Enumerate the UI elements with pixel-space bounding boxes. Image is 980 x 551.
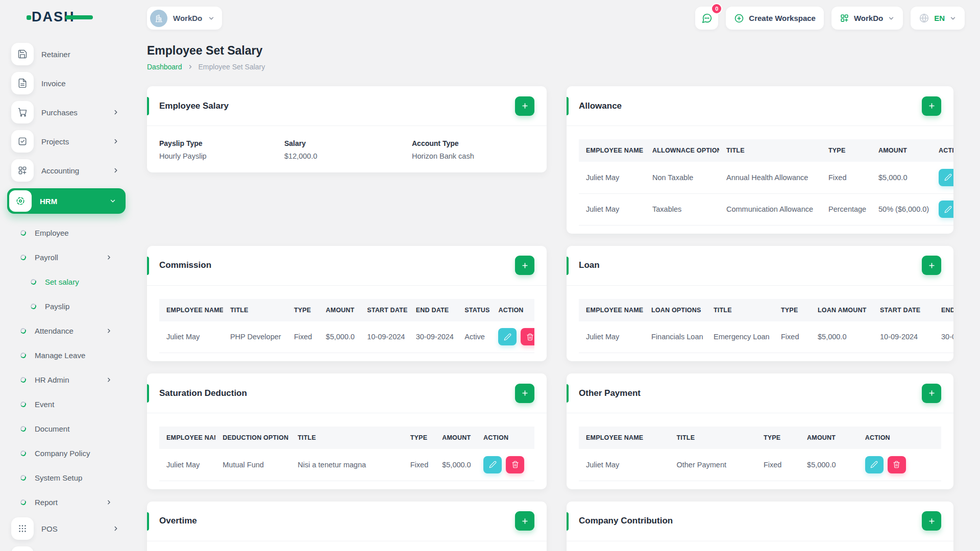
- sidebar-item-label: Document: [35, 424, 112, 433]
- sidebar-item-manage-leave[interactable]: Manage Leave: [0, 343, 133, 367]
- column-header: STATUS: [457, 299, 491, 321]
- field-salary: Salary $12,000.0: [284, 139, 412, 160]
- column-header: AMOUNT: [318, 299, 360, 321]
- add-company-contribution-button[interactable]: [922, 511, 941, 531]
- column-header: EMPLOYEE NAME: [579, 427, 670, 449]
- cell-start-date: 10-09-2024: [873, 321, 934, 353]
- sidebar-item-payslip[interactable]: Payslip: [0, 294, 133, 318]
- column-header: LOAN AMOUNT: [811, 299, 873, 321]
- delete-button[interactable]: [888, 456, 906, 473]
- sidebar-item-label: Manage Leave: [35, 351, 112, 360]
- app-switcher-label: WorkDo: [854, 14, 883, 22]
- sidebar-item-company-policy[interactable]: Company Policy: [0, 441, 133, 465]
- sidebar-item-report[interactable]: Report: [0, 490, 133, 514]
- chevron-right-icon: [106, 377, 112, 383]
- add-loan-button[interactable]: [922, 256, 941, 275]
- add-commission-button[interactable]: [515, 256, 534, 275]
- sidebar-item-event[interactable]: Event: [0, 392, 133, 416]
- plus-icon: [521, 517, 529, 525]
- sidebar-item-attendance[interactable]: Attendance: [0, 318, 133, 343]
- column-header: ACTION: [858, 427, 941, 449]
- sidebar-item-projects[interactable]: Projects: [0, 130, 133, 153]
- column-header: TYPE: [756, 427, 800, 449]
- sidebar-item-accounting[interactable]: Accounting: [0, 159, 133, 182]
- column-header: DEDUCTION OPTION: [215, 427, 290, 449]
- column-header: TITLE: [719, 139, 821, 162]
- edit-button[interactable]: [865, 456, 884, 473]
- bullet-icon: [30, 303, 37, 309]
- edit-button[interactable]: [498, 328, 517, 345]
- cell-option: Financials Loan: [644, 321, 706, 353]
- delete-button[interactable]: [506, 456, 524, 473]
- cell-type: Fixed: [403, 449, 435, 481]
- sidebar-item-system-setup[interactable]: System Setup: [0, 465, 133, 490]
- grid-plus-icon: [11, 159, 34, 182]
- add-allowance-button[interactable]: [922, 96, 941, 116]
- cell-title: Emergency Loan: [706, 321, 774, 353]
- sidebar-item-label: Invoice: [41, 79, 119, 88]
- sidebar-item-crm[interactable]: CRM: [0, 546, 133, 551]
- cell-end-date: 30-09-2024: [409, 321, 458, 353]
- sidebar-item-label: POS: [41, 524, 112, 533]
- breadcrumb-dashboard-link[interactable]: Dashboard: [147, 63, 182, 71]
- workspace-switcher[interactable]: WorkDo: [147, 7, 222, 30]
- sidebar-item-employee[interactable]: Employee: [0, 220, 133, 245]
- add-overtime-button[interactable]: [515, 511, 534, 531]
- loan-card: Loan EMPLOYEE NAME LOAN OPTIONS TITLE: [567, 246, 953, 362]
- table-row: Juliet May Other Payment Fixed $5,000.0: [579, 449, 941, 481]
- sidebar-item-retainer[interactable]: Retainer: [0, 43, 133, 65]
- sidebar-item-label: Event: [35, 400, 112, 409]
- card-header: Other Payment: [567, 373, 953, 413]
- trash-icon: [511, 461, 519, 468]
- cell-amount: 50% ($6,000.0): [871, 193, 932, 225]
- cell-title: Annual Health Allowance: [719, 162, 821, 193]
- edit-button[interactable]: [939, 169, 953, 186]
- add-saturation-deduction-button[interactable]: [515, 384, 534, 403]
- trash-icon: [526, 333, 534, 341]
- brand-logo[interactable]: DASH: [0, 0, 133, 34]
- add-employee-salary-button[interactable]: [515, 96, 534, 116]
- cell-type: Fixed: [287, 321, 318, 353]
- add-other-payment-button[interactable]: [922, 384, 941, 403]
- cell-start-date: 10-09-2024: [360, 321, 409, 353]
- chat-badge: 0: [711, 3, 722, 14]
- field-label: Salary: [284, 139, 412, 147]
- card-header: Loan: [567, 246, 953, 286]
- field-payslip-type: Payslip Type Hourly Payslip: [159, 139, 284, 160]
- delete-button[interactable]: [521, 328, 534, 345]
- sidebar-item-purchases[interactable]: Purchases: [0, 101, 133, 123]
- chevron-right-icon: [106, 254, 112, 261]
- card-header: Overtime: [147, 502, 547, 541]
- sidebar-item-label: Accounting: [41, 166, 112, 175]
- edit-button[interactable]: [483, 456, 502, 473]
- sidebar-item-pos[interactable]: POS: [0, 517, 133, 540]
- allowance-table: EMPLOYEE NAME ALLOWNACE OPTION TITLE TYP…: [579, 139, 953, 226]
- cell-option: Mutual Fund: [215, 449, 290, 481]
- cell-amount: $5,000.0: [800, 449, 858, 481]
- sidebar-item-hrm[interactable]: HRM: [7, 188, 126, 214]
- app-switcher-button[interactable]: WorkDo: [831, 7, 903, 30]
- other-payment-table-wrap: EMPLOYEE NAME TITLE TYPE AMOUNT ACTION J…: [579, 427, 941, 481]
- language-selector[interactable]: EN: [911, 7, 965, 30]
- sidebar-item-payroll[interactable]: Payroll: [0, 245, 133, 269]
- create-workspace-label: Create Workspace: [749, 14, 816, 22]
- sidebar-item-document[interactable]: Document: [0, 416, 133, 441]
- bullet-icon: [20, 449, 27, 456]
- chevron-down-icon: [208, 15, 215, 22]
- breadcrumb-current: Employee Set Salary: [199, 63, 265, 71]
- cell-employee: Juliet May: [159, 321, 223, 353]
- pencil-icon: [489, 461, 497, 468]
- employee-salary-card: Employee Salary Payslip Type Hourly Pays…: [147, 86, 547, 172]
- cell-amount: $5,000.0: [318, 321, 360, 353]
- chat-button[interactable]: 0: [695, 7, 718, 30]
- column-header: TITLE: [706, 299, 774, 321]
- salary-fields: Payslip Type Hourly Payslip Salary $12,0…: [147, 126, 547, 172]
- sidebar-item-invoice[interactable]: Invoice: [0, 72, 133, 94]
- bullet-icon: [20, 474, 27, 481]
- card-header: Commission: [147, 246, 547, 286]
- bullet-icon: [20, 376, 27, 383]
- create-workspace-button[interactable]: Create Workspace: [726, 7, 824, 30]
- edit-button[interactable]: [939, 201, 953, 218]
- sidebar-item-set-salary[interactable]: Set salary: [0, 269, 133, 294]
- sidebar-item-hr-admin[interactable]: HR Admin: [0, 367, 133, 392]
